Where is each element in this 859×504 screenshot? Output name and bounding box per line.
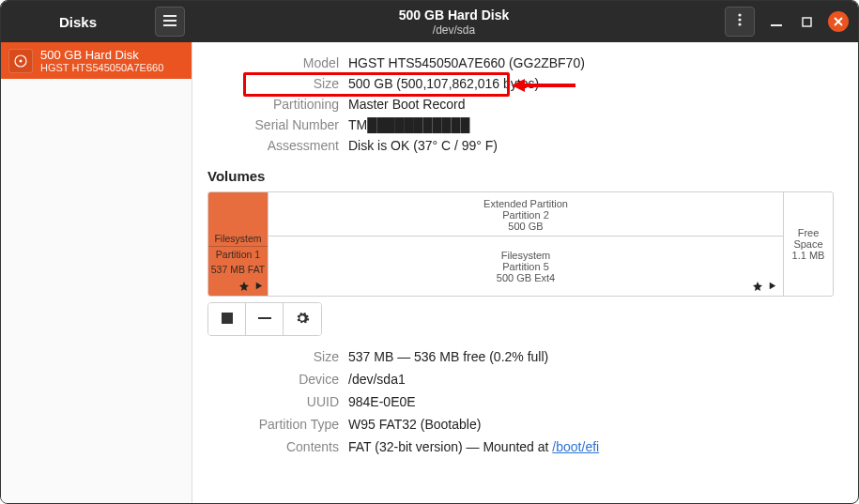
assessment-value: Disk is OK (37° C / 99° F): [348, 138, 834, 153]
p1-line2: Partition 1: [208, 246, 268, 262]
star-icon: [752, 281, 763, 292]
psize-value: 537 MB — 536 MB free (0.2% full): [348, 349, 834, 364]
pdevice-label: Device: [207, 372, 339, 387]
serial-value: TM███████████: [348, 117, 834, 132]
kebab-icon: [738, 13, 742, 30]
ext-top-line2: Partition 2: [268, 209, 783, 221]
free-line2: 1.1 MB: [784, 250, 833, 261]
hard-disk-icon: [8, 49, 33, 73]
pcontents-value: FAT (32-bit version) — Mounted at /boot/…: [348, 439, 834, 454]
disk-info: Model HGST HTS545050A7E660 (GG2ZBF70) Si…: [207, 55, 834, 153]
app-window: Disks 500 GB Hard Disk /dev/sda: [0, 0, 859, 504]
ptype-label: Partition Type: [207, 417, 339, 432]
volumes-heading: Volumes: [207, 168, 834, 184]
partition-settings-button[interactable]: [284, 303, 321, 335]
puuid-label: UUID: [207, 394, 339, 409]
puuid-value: 984E-0E0E: [348, 394, 834, 409]
svg-rect-13: [258, 317, 271, 319]
p1-line1: Filesystem: [208, 231, 268, 246]
titlebar-right: [715, 7, 858, 37]
menu-button[interactable]: [155, 7, 185, 37]
svg-rect-2: [163, 24, 176, 26]
ext-bot-line3: 500 GB Ext4: [497, 272, 555, 283]
partition-details: Size 537 MB — 536 MB free (0.2% full) De…: [207, 349, 834, 454]
volume-free-space[interactable]: Free Space 1.1 MB: [784, 192, 833, 296]
pcontents-text: FAT (32-bit version) — Mounted at: [348, 439, 552, 454]
ext-top-line3: 500 GB: [268, 221, 783, 232]
window-maximize-button[interactable]: [798, 13, 815, 30]
sidebar-disk-item[interactable]: 500 GB Hard Disk HGST HTS545050A7E660: [1, 42, 192, 79]
ext-bot-line1: Filesystem: [501, 250, 551, 261]
assessment-label: Assessment: [207, 138, 339, 153]
partitioning-value: Master Boot Record: [348, 97, 834, 112]
play-icon: [767, 281, 777, 292]
size-value: 500 GB (500,107,862,016 bytes): [348, 76, 834, 91]
ext-top-line1: Extended Partition: [268, 198, 783, 209]
svg-rect-0: [163, 15, 176, 17]
stop-icon: [222, 313, 233, 327]
volume-toolbar: [207, 302, 322, 336]
serial-label: Serial Number: [207, 117, 339, 132]
svg-point-9: [20, 59, 23, 62]
window-close-button[interactable]: [828, 11, 849, 32]
svg-point-3: [738, 13, 741, 16]
model-label: Model: [207, 55, 339, 70]
volumes-diagram: Filesystem Partition 1 537 MB FAT Extend…: [207, 191, 834, 297]
mount-point-link[interactable]: /boot/efi: [552, 439, 599, 454]
unmount-button[interactable]: [208, 303, 246, 335]
disk-device-path: /dev/sda: [192, 23, 715, 37]
free-line1: Free Space: [784, 227, 833, 250]
minus-icon: [258, 312, 271, 328]
svg-rect-12: [222, 313, 233, 324]
ext-bot-line2: Partition 5: [502, 261, 549, 272]
sidebar-disk-title: 500 GB Hard Disk: [40, 48, 163, 62]
svg-rect-6: [771, 24, 782, 26]
disk-menu-button[interactable]: [725, 7, 755, 37]
volume-partition-5[interactable]: Filesystem Partition 5 500 GB Ext4: [268, 237, 783, 296]
partitioning-label: Partitioning: [207, 97, 339, 112]
titlebar-left: Disks: [1, 7, 192, 37]
window-minimize-button[interactable]: [768, 13, 785, 30]
app-title: Disks: [8, 14, 147, 30]
svg-rect-7: [803, 18, 811, 26]
svg-point-4: [738, 18, 741, 21]
psize-label: Size: [207, 349, 339, 364]
ptype-value: W95 FAT32 (Bootable): [348, 417, 834, 432]
sidebar: 500 GB Hard Disk HGST HTS545050A7E660: [1, 42, 192, 503]
disk-title: 500 GB Hard Disk: [192, 8, 715, 23]
pdevice-value: /dev/sda1: [348, 372, 834, 387]
volume-partition-1[interactable]: Filesystem Partition 1 537 MB FAT: [208, 192, 268, 296]
star-icon: [238, 281, 250, 292]
body: 500 GB Hard Disk HGST HTS545050A7E660 Mo…: [1, 42, 858, 503]
sidebar-disk-text: 500 GB Hard Disk HGST HTS545050A7E660: [40, 48, 163, 73]
p1-line3: 537 MB FAT: [208, 262, 268, 277]
titlebar-center: 500 GB Hard Disk /dev/sda: [192, 6, 715, 37]
pcontents-label: Contents: [207, 439, 339, 454]
delete-partition-button[interactable]: [246, 303, 284, 335]
play-icon: [253, 281, 264, 292]
svg-rect-1: [163, 20, 176, 22]
gear-icon: [295, 311, 310, 328]
size-label: Size: [207, 76, 339, 91]
titlebar: Disks 500 GB Hard Disk /dev/sda: [1, 1, 858, 42]
main-panel: Model HGST HTS545050A7E660 (GG2ZBF70) Si…: [192, 42, 858, 503]
volume-extended-partition[interactable]: Extended Partition Partition 2 500 GB Fi…: [268, 192, 784, 296]
hamburger-icon: [163, 13, 176, 30]
model-value: HGST HTS545050A7E660 (GG2ZBF70): [348, 55, 834, 70]
svg-point-5: [738, 23, 741, 25]
sidebar-disk-model: HGST HTS545050A7E660: [40, 62, 163, 73]
